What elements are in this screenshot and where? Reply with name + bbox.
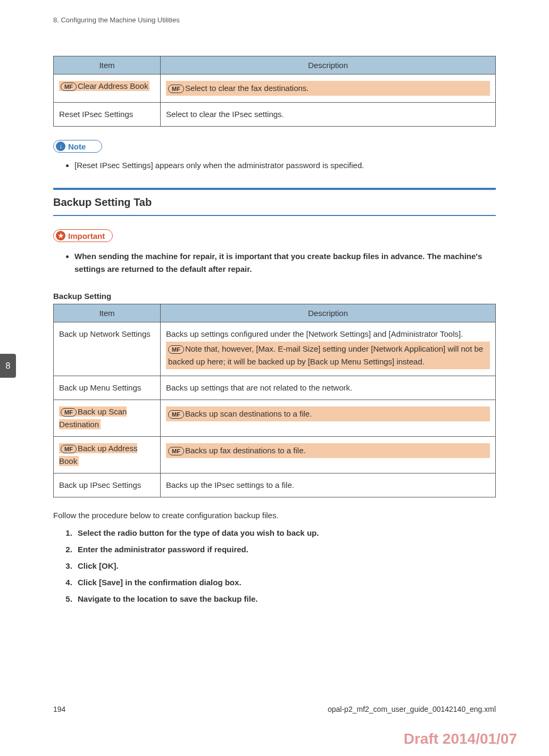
step-item: Enter the administrator password if requ… bbox=[74, 545, 496, 554]
table1-header-item: Item bbox=[54, 56, 161, 74]
down-arrow-icon: ↓ bbox=[56, 142, 65, 151]
step-item: Click [OK]. bbox=[74, 561, 496, 570]
table-row: Back up IPsec Settings Backs up the IPse… bbox=[54, 473, 496, 497]
settings-table-2: Item Description Back up Network Setting… bbox=[53, 304, 496, 497]
table2-row1-desc: Backs up settings that are not related t… bbox=[161, 376, 496, 400]
table1-row0-item: Clear Address Book bbox=[78, 81, 148, 90]
table2-row1-item: Back up Menu Settings bbox=[54, 376, 161, 400]
table1-row1-item: Reset IPsec Settings bbox=[54, 103, 161, 127]
mf-badge-icon: MF bbox=[168, 410, 184, 419]
table2-header-item: Item bbox=[54, 304, 161, 322]
sub-heading: Backup Setting bbox=[53, 292, 496, 301]
table2-row0-desc-plain: Backs up settings configured under the [… bbox=[166, 328, 490, 340]
table2-header-desc: Description bbox=[161, 304, 496, 322]
table2-row4-item: Back up IPsec Settings bbox=[54, 473, 161, 497]
star-icon: ★ bbox=[56, 231, 65, 240]
draft-watermark: Draft 2014/01/07 bbox=[404, 730, 517, 747]
steps-list: Select the radio button for the type of … bbox=[53, 528, 496, 603]
note-label: ↓ Note bbox=[53, 140, 102, 153]
source-filename: opal-p2_mf2_com_user_guide_00142140_eng.… bbox=[328, 705, 496, 713]
table-row: Back up Network Settings Backs up settin… bbox=[54, 322, 496, 376]
step-item: Navigate to the location to save the bac… bbox=[74, 594, 496, 603]
mf-badge-icon: MF bbox=[168, 447, 184, 455]
table-row: Reset IPsec Settings Select to clear the… bbox=[54, 103, 496, 127]
table-row: MFBack up Address Book MFBacks up fax de… bbox=[54, 437, 496, 473]
table2-row2-desc: Backs up scan destinations to a file. bbox=[185, 409, 312, 418]
body-text: Follow the procedure below to create con… bbox=[53, 511, 496, 520]
table2-row3-desc: Backs up fax destinations to a file. bbox=[185, 446, 306, 455]
table2-row4-desc: Backs up the IPsec settings to a file. bbox=[161, 473, 496, 497]
table-row: Back up Menu Settings Backs up settings … bbox=[54, 376, 496, 400]
table1-header-desc: Description bbox=[161, 56, 496, 74]
page-footer: 194 opal-p2_mf2_com_user_guide_00142140_… bbox=[53, 705, 496, 713]
table-row: MFClear Address Book MFSelect to clear t… bbox=[54, 74, 496, 103]
page-number: 194 bbox=[53, 705, 65, 713]
page-header: 8. Configuring the Machine Using Utiliti… bbox=[53, 16, 496, 24]
step-item: Click [Save] in the confirmation dialog … bbox=[74, 578, 496, 587]
mf-badge-icon: MF bbox=[61, 408, 77, 417]
mf-badge-icon: MF bbox=[168, 85, 184, 93]
section-heading: Backup Setting Tab bbox=[53, 188, 496, 216]
mf-badge-icon: MF bbox=[168, 345, 184, 354]
table1-row0-desc: Select to clear the fax destinations. bbox=[185, 84, 309, 93]
mf-badge-icon: MF bbox=[61, 445, 77, 453]
settings-table-1: Item Description MFClear Address Book MF… bbox=[53, 56, 496, 127]
note-item: [Reset IPsec Settings] appears only when… bbox=[74, 159, 496, 172]
important-item: When sending the machine for repair, it … bbox=[74, 250, 496, 276]
table2-row0-item: Back up Network Settings bbox=[54, 322, 161, 376]
table-row: MFBack up Scan Destination MFBacks up sc… bbox=[54, 400, 496, 437]
important-label: ★ Important bbox=[53, 229, 113, 242]
note-label-text: Note bbox=[68, 142, 86, 151]
table2-row0-desc-mf: Note that, however, [Max. E-mail Size] s… bbox=[168, 344, 483, 366]
table1-row1-desc: Select to clear the IPsec settings. bbox=[161, 103, 496, 127]
important-label-text: Important bbox=[68, 231, 105, 240]
chapter-tab: 8 bbox=[0, 354, 16, 378]
mf-badge-icon: MF bbox=[61, 82, 77, 91]
step-item: Select the radio button for the type of … bbox=[74, 528, 496, 537]
important-list: When sending the machine for repair, it … bbox=[53, 250, 496, 276]
note-list: [Reset IPsec Settings] appears only when… bbox=[53, 159, 496, 172]
